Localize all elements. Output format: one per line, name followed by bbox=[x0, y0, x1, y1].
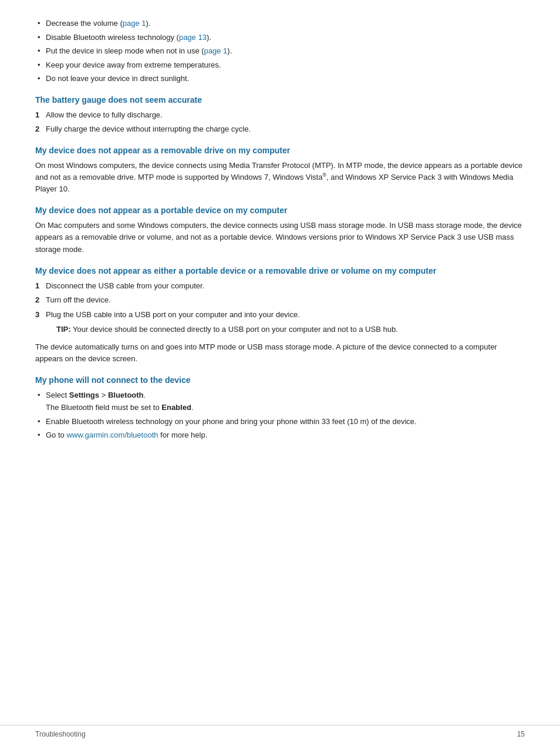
footer-left: Troubleshooting bbox=[35, 730, 86, 738]
battery-step-1: 1Allow the device to fully discharge. bbox=[35, 109, 525, 121]
heading-battery-gauge: The battery gauge does not seem accurate bbox=[35, 95, 525, 105]
page13-link[interactable]: page 13 bbox=[179, 33, 207, 42]
neither-step-2: 2Turn off the device. bbox=[35, 294, 525, 306]
intro-bullet-2: Disable Bluetooth wireless technology (p… bbox=[35, 32, 525, 43]
portable-device-body: On Mac computers and some Windows comput… bbox=[35, 220, 525, 255]
battery-step-2: 2Fully charge the device without interru… bbox=[35, 123, 525, 135]
page1-link-1[interactable]: page 1 bbox=[123, 19, 146, 28]
bluetooth-sub-text: The Bluetooth field must be set to Enabl… bbox=[46, 402, 525, 413]
intro-bullet-list: Decrease the volume (page 1). Disable Bl… bbox=[35, 18, 525, 85]
section-portable-device: My device does not appear as a portable … bbox=[35, 206, 525, 255]
bluetooth-label: Bluetooth bbox=[108, 391, 144, 399]
phone-connect-bullet-1: Select Settings > Bluetooth. The Bluetoo… bbox=[35, 389, 525, 413]
heading-removable-drive: My device does not appear as a removable… bbox=[35, 146, 525, 155]
garmin-bluetooth-link[interactable]: www.garmin.com/bluetooth bbox=[66, 431, 158, 439]
section-battery-gauge: The battery gauge does not seem accurate… bbox=[35, 95, 525, 135]
settings-label: Settings bbox=[69, 391, 99, 399]
phone-connect-bullet-2: Enable Bluetooth wireless technology on … bbox=[35, 416, 525, 428]
neither-step-3: 3Plug the USB cable into a USB port on y… bbox=[35, 309, 525, 335]
neither-numbered-list: 1Disconnect the USB cable from your comp… bbox=[35, 280, 525, 335]
footer: Troubleshooting 15 bbox=[0, 725, 560, 743]
heading-portable-device: My device does not appear as a portable … bbox=[35, 206, 525, 215]
section-phone-connect: My phone will not connect to the device … bbox=[35, 375, 525, 441]
neither-body-after: The device automatically turns on and go… bbox=[35, 341, 525, 365]
neither-step-1: 1Disconnect the USB cable from your comp… bbox=[35, 280, 525, 292]
phone-connect-bullet-3: Go to www.garmin.com/bluetooth for more … bbox=[35, 429, 525, 441]
heading-neither: My device does not appear as either a po… bbox=[35, 266, 525, 275]
page1-link-2[interactable]: page 1 bbox=[204, 46, 228, 55]
footer-right: 15 bbox=[517, 730, 525, 738]
section-removable-drive: My device does not appear as a removable… bbox=[35, 146, 525, 196]
removable-drive-body: On most Windows computers, the device co… bbox=[35, 160, 525, 196]
intro-bullet-5: Do not leave your device in direct sunli… bbox=[35, 73, 525, 85]
phone-connect-bullet-list: Select Settings > Bluetooth. The Bluetoo… bbox=[35, 389, 525, 441]
tip-block: TIP: Your device should be connected dir… bbox=[46, 324, 525, 335]
section-neither: My device does not appear as either a po… bbox=[35, 266, 525, 365]
heading-phone-connect: My phone will not connect to the device bbox=[35, 375, 525, 385]
battery-numbered-list: 1Allow the device to fully discharge. 2F… bbox=[35, 109, 525, 135]
intro-bullet-3: Put the device in sleep mode when not in… bbox=[35, 45, 525, 57]
intro-bullet-1: Decrease the volume (page 1). bbox=[35, 18, 525, 29]
intro-bullet-4: Keep your device away from extreme tempe… bbox=[35, 59, 525, 71]
